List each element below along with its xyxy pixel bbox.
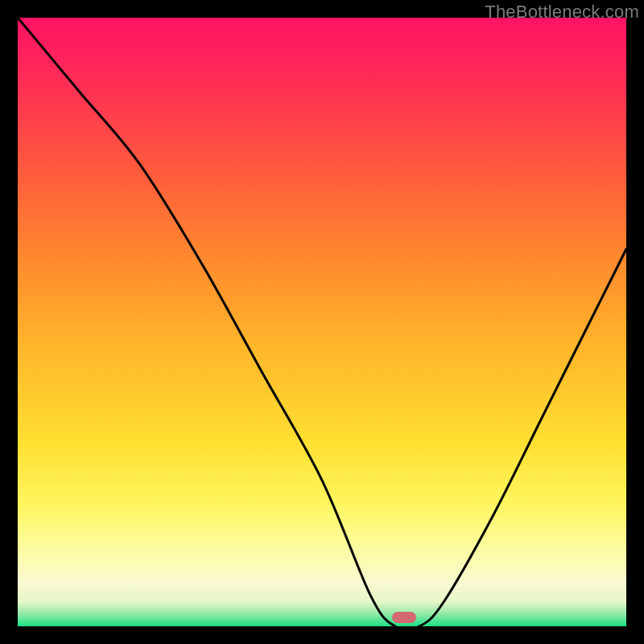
optimal-marker [392,612,416,623]
watermark-text: TheBottleneck.com [485,2,639,23]
plot-area [18,18,626,626]
chart-frame: TheBottleneck.com [0,0,644,644]
bottleneck-curve [18,18,626,626]
